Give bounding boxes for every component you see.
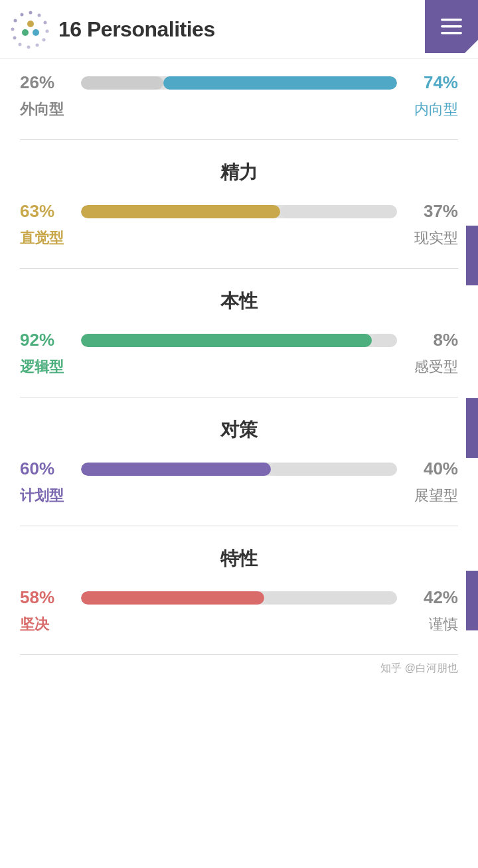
svg-point-13 (22, 29, 29, 36)
svg-point-2 (44, 21, 47, 25)
left-label-dui-ce: 计划型 (20, 486, 64, 506)
left-pct-introversion: 26% (20, 72, 73, 93)
bar-row-jing-li: 63% 37% (20, 201, 458, 222)
bar-row-ben-xing: 92% 8% (20, 330, 458, 350)
svg-rect-16 (441, 25, 462, 28)
bar-fill-red-te-xing (81, 591, 264, 605)
hamburger-icon (441, 19, 462, 35)
right-pct-te-xing: 42% (405, 587, 458, 608)
right-label-introversion: 内向型 (414, 100, 458, 119)
bar-track-ben-xing (81, 334, 397, 347)
left-pct-ben-xing: 92% (20, 330, 73, 350)
type-labels-te-xing: 坚决 谨慎 (20, 615, 458, 634)
bar-track-dui-ce (81, 463, 397, 476)
svg-point-0 (29, 11, 33, 15)
left-label-ben-xing: 逻辑型 (20, 357, 64, 377)
bar-row-dui-ce: 60% 40% (20, 459, 458, 479)
bar-fill-blue-introversion (163, 76, 397, 90)
left-pct-dui-ce: 60% (20, 459, 73, 479)
section-title-jing-li: 精力 (20, 160, 458, 185)
purple-deco-3 (466, 571, 478, 630)
bar-track-te-xing (81, 591, 397, 605)
right-label-te-xing: 谨慎 (429, 615, 458, 634)
svg-point-7 (19, 43, 22, 46)
bar-fill-green-ben-xing (81, 334, 372, 347)
watermark: 知乎 @白河朋也 (20, 655, 458, 689)
section-jing-li: 精力 63% 37% 直觉型 现实型 (20, 140, 458, 269)
right-pct-ben-xing: 8% (405, 330, 458, 350)
left-label-te-xing: 坚决 (20, 615, 49, 634)
bar-fill-gray-jing-li (280, 205, 397, 218)
header: 16 Personalities (0, 0, 478, 59)
bar-fill-purple-dui-ce (81, 463, 271, 476)
section-dui-ce: 对策 60% 40% 计划型 展望型 (20, 398, 458, 526)
svg-point-5 (36, 44, 39, 47)
bar-fill-gray-dui-ce (271, 463, 397, 476)
section-introversion: 26% 74% 外向型 内向型 (20, 59, 458, 140)
left-label-jing-li: 直觉型 (20, 228, 64, 248)
type-labels-introversion: 外向型 内向型 (20, 100, 458, 119)
svg-point-11 (21, 13, 24, 17)
bar-row-introversion: 26% 74% (20, 72, 458, 93)
section-title-te-xing: 特性 (20, 546, 458, 571)
right-label-ben-xing: 感受型 (414, 357, 458, 377)
menu-button[interactable] (425, 0, 478, 53)
svg-point-14 (33, 29, 39, 36)
svg-point-12 (27, 21, 34, 27)
section-title-dui-ce: 对策 (20, 417, 458, 443)
purple-deco-1 (466, 226, 478, 285)
type-labels-dui-ce: 计划型 展望型 (20, 486, 458, 506)
right-pct-jing-li: 37% (405, 201, 458, 222)
section-title-ben-xing: 本性 (20, 289, 458, 314)
bar-fill-gray-te-xing (264, 591, 397, 605)
content: 26% 74% 外向型 内向型 精力 63% 37% 直觉型 现 (0, 59, 478, 689)
svg-point-8 (13, 36, 17, 40)
bar-track-jing-li (81, 205, 397, 218)
svg-point-6 (27, 46, 31, 49)
left-pct-jing-li: 63% (20, 201, 73, 222)
svg-point-9 (11, 28, 15, 31)
svg-rect-15 (441, 19, 462, 21)
bar-track-introversion (81, 76, 397, 90)
type-labels-ben-xing: 逻辑型 感受型 (20, 357, 458, 377)
bar-row-te-xing: 58% 42% (20, 587, 458, 608)
svg-rect-17 (441, 32, 462, 35)
bar-fill-gray-ben-xing (372, 334, 397, 347)
bar-fill-gray-introversion (81, 76, 163, 90)
left-label-introversion: 外向型 (20, 100, 64, 119)
svg-point-10 (14, 19, 17, 23)
right-label-dui-ce: 展望型 (414, 486, 458, 506)
type-labels-jing-li: 直觉型 现实型 (20, 228, 458, 248)
logo-icon (11, 9, 50, 49)
section-te-xing: 特性 58% 42% 坚决 谨慎 (20, 526, 458, 655)
bar-fill-gold-jing-li (81, 205, 280, 218)
right-pct-dui-ce: 40% (405, 459, 458, 479)
section-ben-xing: 本性 92% 8% 逻辑型 感受型 (20, 269, 458, 398)
svg-point-1 (38, 14, 41, 17)
purple-deco-2 (466, 398, 478, 458)
logo: 16 Personalities (11, 9, 215, 49)
svg-point-3 (46, 30, 49, 33)
right-pct-introversion: 74% (405, 72, 458, 93)
logo-text: 16 Personalities (58, 17, 215, 42)
svg-point-4 (42, 38, 46, 42)
left-pct-te-xing: 58% (20, 587, 73, 608)
right-label-jing-li: 现实型 (414, 228, 458, 248)
